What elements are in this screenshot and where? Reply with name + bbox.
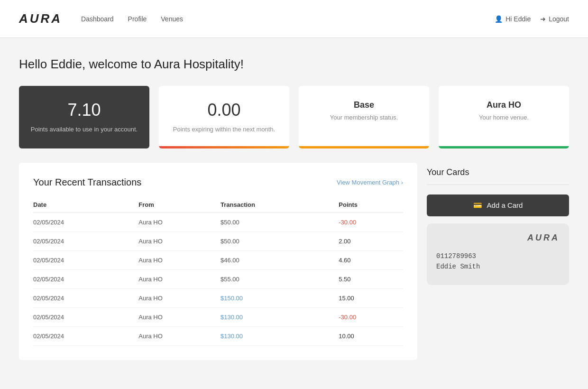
nav-link-dashboard[interactable]: Dashboard bbox=[81, 15, 114, 23]
brand-logo: AURA bbox=[19, 11, 62, 26]
stat-cards: 7.10 Points available to use in your acc… bbox=[19, 86, 569, 148]
cell-date: 02/05/2024 bbox=[33, 269, 138, 288]
cell-date: 02/05/2024 bbox=[33, 232, 138, 250]
transactions-panel: Your Recent Transactions View Movement G… bbox=[19, 163, 417, 360]
nav-link-venues[interactable]: Venues bbox=[161, 15, 183, 23]
expiring-bar bbox=[159, 146, 289, 148]
cell-date: 02/05/2024 bbox=[33, 250, 138, 269]
stat-card-venue: Aura HO Your home venue. bbox=[439, 86, 569, 148]
venue-title: Aura HO bbox=[448, 100, 560, 110]
cell-points: -30.00 bbox=[339, 307, 403, 326]
credit-card-icon: 💳 bbox=[473, 201, 482, 210]
cell-points: 15.00 bbox=[339, 288, 403, 307]
card-logo: AURA bbox=[436, 233, 560, 243]
transactions-header: Your Recent Transactions View Movement G… bbox=[33, 177, 403, 188]
transactions-table: Date From Transaction Points 02/05/2024A… bbox=[33, 197, 403, 346]
points-label: Points available to use in your account. bbox=[28, 125, 140, 134]
stat-card-membership: Base Your membership status. bbox=[299, 86, 429, 148]
cell-transaction: $50.00 bbox=[220, 232, 339, 250]
view-graph-link[interactable]: View Movement Graph › bbox=[337, 179, 403, 186]
cell-from: Aura HO bbox=[138, 288, 220, 307]
membership-bar bbox=[299, 146, 429, 148]
table-row: 02/05/2024Aura HO$50.00-30.00 bbox=[33, 213, 403, 232]
cell-transaction[interactable]: $130.00 bbox=[220, 307, 339, 326]
transaction-amount-link[interactable]: $130.00 bbox=[220, 333, 243, 340]
transactions-title: Your Recent Transactions bbox=[33, 177, 141, 188]
membership-title: Base bbox=[308, 100, 420, 110]
cell-from: Aura HO bbox=[138, 232, 220, 250]
table-row: 02/05/2024Aura HO$55.005.50 bbox=[33, 269, 403, 288]
card-display: AURA 0112789963 Eddie Smith bbox=[427, 223, 569, 285]
expiring-value: 0.00 bbox=[168, 100, 280, 120]
stat-card-points: 7.10 Points available to use in your acc… bbox=[19, 86, 149, 148]
cell-from: Aura HO bbox=[138, 213, 220, 232]
cell-points: 10.00 bbox=[339, 326, 403, 345]
cell-points: 4.60 bbox=[339, 250, 403, 269]
cell-from: Aura HO bbox=[138, 326, 220, 345]
cards-panel: Your Cards 💳 Add a Card AURA 0112789963 … bbox=[427, 163, 569, 360]
lower-section: Your Recent Transactions View Movement G… bbox=[19, 163, 569, 360]
col-transaction: Transaction bbox=[220, 197, 339, 213]
card-number: 0112789963 bbox=[436, 252, 560, 260]
transaction-amount-link[interactable]: $150.00 bbox=[220, 295, 243, 302]
nav-link-profile[interactable]: Profile bbox=[128, 15, 147, 23]
cell-transaction[interactable]: $130.00 bbox=[220, 326, 339, 345]
cell-from: Aura HO bbox=[138, 269, 220, 288]
cell-date: 02/05/2024 bbox=[33, 326, 138, 345]
navigation: AURA Dashboard Profile Venues 👤 Hi Eddie… bbox=[0, 0, 588, 38]
cell-transaction: $46.00 bbox=[220, 250, 339, 269]
transaction-amount-link[interactable]: $130.00 bbox=[220, 314, 243, 321]
cards-divider bbox=[427, 185, 569, 185]
add-card-button[interactable]: 💳 Add a Card bbox=[427, 194, 569, 216]
cell-transaction: $55.00 bbox=[220, 269, 339, 288]
cell-transaction[interactable]: $150.00 bbox=[220, 288, 339, 307]
venue-subtitle: Your home venue. bbox=[448, 114, 560, 121]
table-row: 02/05/2024Aura HO$130.00-30.00 bbox=[33, 307, 403, 326]
cell-from: Aura HO bbox=[138, 250, 220, 269]
points-value: 7.10 bbox=[28, 100, 140, 120]
main-content: Hello Eddie, welcome to Aura Hospitality… bbox=[9, 38, 579, 379]
nav-links: Dashboard Profile Venues bbox=[81, 15, 495, 23]
table-row: 02/05/2024Aura HO$46.004.60 bbox=[33, 250, 403, 269]
membership-subtitle: Your membership status. bbox=[308, 114, 420, 121]
cell-date: 02/05/2024 bbox=[33, 307, 138, 326]
add-card-label: Add a Card bbox=[487, 201, 523, 209]
table-row: 02/05/2024Aura HO$50.002.00 bbox=[33, 232, 403, 250]
logout-icon: ➜ bbox=[540, 15, 546, 23]
cell-date: 02/05/2024 bbox=[33, 288, 138, 307]
nav-user-greeting: 👤 Hi Eddie bbox=[495, 15, 531, 23]
table-row: 02/05/2024Aura HO$150.0015.00 bbox=[33, 288, 403, 307]
expiring-label: Points expiring within the next month. bbox=[168, 125, 280, 134]
footer: info@auraishere.com • Powered by Aura bbox=[0, 379, 588, 389]
cell-transaction: $50.00 bbox=[220, 213, 339, 232]
nav-right: 👤 Hi Eddie ➜ Logout bbox=[495, 15, 569, 23]
cell-from: Aura HO bbox=[138, 307, 220, 326]
col-from: From bbox=[138, 197, 220, 213]
logout-button[interactable]: ➜ Logout bbox=[540, 15, 569, 23]
col-date: Date bbox=[33, 197, 138, 213]
cell-points: 2.00 bbox=[339, 232, 403, 250]
table-row: 02/05/2024Aura HO$130.0010.00 bbox=[33, 326, 403, 345]
stat-card-expiring: 0.00 Points expiring within the next mon… bbox=[159, 86, 289, 148]
person-icon: 👤 bbox=[495, 15, 503, 23]
welcome-heading: Hello Eddie, welcome to Aura Hospitality… bbox=[19, 57, 569, 72]
table-header-row: Date From Transaction Points bbox=[33, 197, 403, 213]
card-holder-name: Eddie Smith bbox=[436, 263, 560, 270]
venue-bar bbox=[439, 146, 569, 148]
cell-points: 5.50 bbox=[339, 269, 403, 288]
col-points: Points bbox=[339, 197, 403, 213]
cell-date: 02/05/2024 bbox=[33, 213, 138, 232]
cards-title: Your Cards bbox=[427, 167, 569, 177]
cell-points: -30.00 bbox=[339, 213, 403, 232]
